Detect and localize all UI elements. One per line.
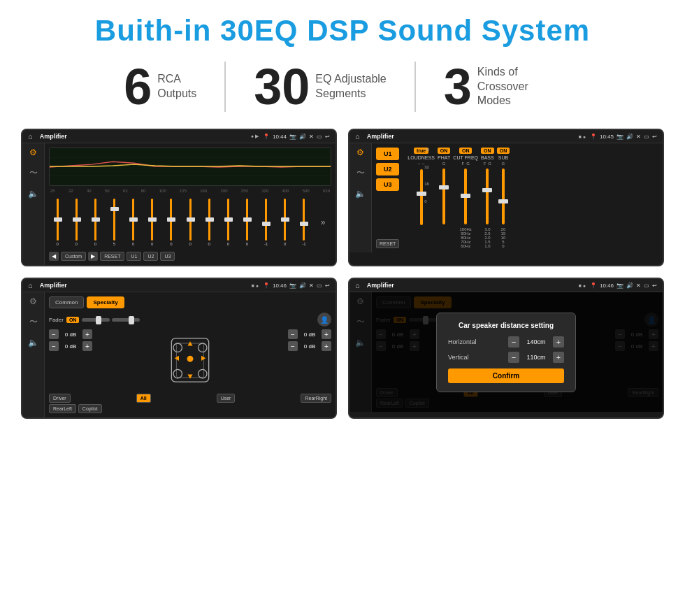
speaker-sidebar-speaker-icon[interactable]: 🔈 (28, 338, 38, 348)
crossover-cols: true LOUDNESS ~~ 4832160 (408, 148, 658, 248)
dialog-horizontal-minus[interactable]: − (508, 336, 519, 348)
eq-sidebar-speaker-icon[interactable]: 🔈 (28, 189, 38, 199)
vol-minus-2[interactable]: − (49, 341, 59, 351)
crossover-sidebar-speaker-icon[interactable]: 🔈 (355, 189, 366, 199)
fader-on-badge[interactable]: ON (66, 317, 80, 323)
eq-slider-6[interactable]: 0 (144, 199, 161, 246)
dialog-horizontal-row: Horizontal − 140cm + (448, 336, 564, 348)
crossover-reset-button[interactable]: RESET (376, 239, 399, 248)
crossover-volume-icon: 🔊 (626, 134, 633, 140)
vol-plus-2[interactable]: + (82, 341, 92, 351)
dialog-vertical-plus[interactable]: + (553, 352, 564, 363)
eq-slider-4[interactable]: 5 (106, 199, 122, 246)
eq-slider-9[interactable]: 0 (201, 199, 217, 246)
driver-button[interactable]: Driver (49, 394, 71, 403)
crossover-u1-button[interactable]: U1 (376, 148, 399, 160)
crossover-sidebar-wave-icon[interactable]: 〜 (356, 167, 365, 179)
speaker-screen-title: Amplifier (40, 282, 247, 289)
speaker-left-vols: − 0 dB + − 0 dB + (49, 329, 92, 391)
crossover-cutfreq-on[interactable]: ON (459, 148, 473, 154)
speaker-camera-icon: 📷 (289, 282, 296, 289)
speaker-volume-icon: 🔊 (299, 282, 306, 289)
eq-slider-11[interactable]: 0 (238, 199, 255, 246)
dialog-vertical-label: Vertical (448, 354, 469, 361)
eq-body: ⚙ 〜 🔈 (22, 143, 336, 265)
crossover-bass-on[interactable]: ON (481, 148, 494, 154)
eq-slider-14[interactable]: -1 (296, 199, 312, 246)
dialog-icon-x: ✕ (636, 282, 641, 289)
crossover-home-icon[interactable]: ⌂ (355, 132, 360, 141)
vol-plus-3[interactable]: + (322, 329, 331, 339)
speaker-specialty-tab[interactable]: Specialty (87, 296, 124, 308)
dialog-time: 10:46 (600, 282, 614, 289)
eq-slider-10[interactable]: 0 (219, 199, 236, 246)
crossover-u3-button[interactable]: U3 (376, 178, 399, 191)
eq-slider-8[interactable]: 0 (182, 199, 199, 246)
dialog-camera-icon: 📷 (616, 282, 623, 289)
vol-minus-1[interactable]: − (49, 329, 59, 339)
vol-val-2: 0 dB (61, 343, 80, 350)
user-button[interactable]: User (217, 394, 236, 403)
speaker-sidebar-wave-icon[interactable]: 〜 (29, 316, 38, 328)
rearright-button[interactable]: RearRight (301, 394, 331, 403)
eq-u2-button[interactable]: U2 (143, 252, 158, 261)
dialog-vertical-minus[interactable]: − (508, 352, 519, 363)
vol-ctrl-3: − 0 dB + (288, 329, 331, 339)
eq-slider-1[interactable]: 0 (49, 199, 66, 246)
speaker-home-icon[interactable]: ⌂ (28, 281, 33, 289)
all-button[interactable]: All (136, 394, 151, 403)
stat-crossover: 3 Kinds of Crossover Modes (416, 62, 589, 112)
vol-minus-4[interactable]: − (288, 341, 298, 351)
eq-slider-13[interactable]: 0 (277, 199, 294, 246)
eq-u1-button[interactable]: U1 (127, 252, 141, 261)
eq-prev-button[interactable]: ◀ (49, 252, 59, 261)
home-icon[interactable]: ⌂ (28, 132, 33, 141)
eq-status-bar: ⌂ Amplifier ● ▶ 📍 10:44 📷 🔊 ✕ ▭ ↩ (22, 130, 336, 143)
dialog-back-icon: ↩ (652, 282, 657, 289)
rearleft-button[interactable]: RearLeft (49, 404, 76, 413)
eq-play-button[interactable]: ▶ (88, 252, 98, 261)
eq-slider-3[interactable]: 0 (87, 199, 103, 246)
fader-slider-2[interactable] (112, 318, 140, 322)
eq-slider-2[interactable]: 0 (68, 199, 85, 246)
eq-slider-15[interactable]: » (315, 217, 331, 227)
vol-minus-3[interactable]: − (288, 329, 298, 339)
crossover-sidebar-eq-icon[interactable]: ⚙ (356, 148, 364, 157)
dialog-horizontal-plus[interactable]: + (553, 336, 564, 348)
crossover-sub-on[interactable]: ON (497, 148, 510, 154)
crossover-phat-on[interactable]: ON (438, 148, 451, 154)
eq-reset-button[interactable]: RESET (100, 252, 124, 261)
svg-point-14 (199, 369, 207, 378)
eq-sidebar: ⚙ 〜 🔈 (22, 143, 45, 265)
speaker-common-tab[interactable]: Common (49, 296, 84, 308)
crossover-screen: ⌂ Amplifier ■ ● 📍 10:45 📷 🔊 ✕ ▭ ↩ ⚙ 〜 🔈 (348, 129, 664, 266)
eq-slider-7[interactable]: 0 (163, 199, 180, 246)
eq-u3-button[interactable]: U3 (160, 252, 175, 261)
eq-sliders: 0 0 0 5 (49, 194, 331, 250)
dialog-home-icon[interactable]: ⌂ (355, 281, 360, 289)
crossover-u-buttons: U1 U2 U3 RESET (376, 148, 399, 248)
fader-slider-1[interactable] (82, 318, 110, 322)
speaker-diagram (96, 332, 284, 388)
crossover-phat-label: PHAT (438, 155, 450, 160)
eq-slider-12[interactable]: -1 (258, 199, 275, 246)
vol-plus-1[interactable]: + (82, 329, 92, 339)
crossover-u2-button[interactable]: U2 (376, 163, 399, 176)
svg-marker-6 (187, 341, 192, 345)
dialog-confirm-button[interactable]: Confirm (448, 368, 564, 383)
eq-slider-5[interactable]: 0 (125, 199, 142, 246)
speaker-sidebar-eq-icon[interactable]: ⚙ (29, 296, 37, 306)
eq-sidebar-wave-icon[interactable]: 〜 (29, 167, 38, 179)
speaker-icon-x: ✕ (309, 282, 314, 289)
speaker-dots: ■ ● (252, 283, 259, 288)
crossover-dots: ■ ● (579, 134, 586, 139)
vol-plus-4[interactable]: + (322, 341, 331, 351)
vol-ctrl-2: − 0 dB + (49, 341, 92, 351)
speaker-status-bar: ⌂ Amplifier ■ ● 📍 10:46 📷 🔊 ✕ ▭ ↩ (22, 279, 336, 292)
crossover-time: 10:45 (600, 134, 614, 140)
speaker-settings-icon[interactable]: 👤 (317, 313, 331, 327)
eq-sidebar-eq-icon[interactable]: ⚙ (29, 148, 37, 157)
vol-val-3: 0 dB (300, 331, 319, 338)
eq-custom-button[interactable]: Custom (61, 252, 86, 261)
copilot-button[interactable]: Copilot (78, 404, 102, 413)
